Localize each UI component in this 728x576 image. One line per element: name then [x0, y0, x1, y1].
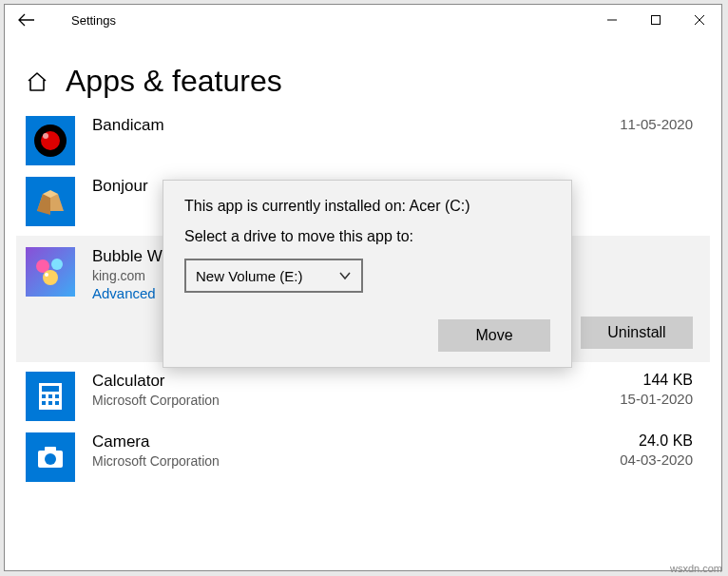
app-size: 24.0 KB [586, 432, 693, 450]
page-heading-row: Apps & features [26, 64, 700, 99]
calculator-icon [26, 372, 75, 421]
bonjour-icon [26, 177, 75, 226]
uninstall-button[interactable]: Uninstall [581, 317, 693, 349]
close-button[interactable] [678, 5, 721, 35]
app-publisher: Microsoft Corporation [92, 393, 569, 408]
bandicam-icon [26, 116, 75, 165]
app-row-camera[interactable]: Camera Microsoft Corporation 24.0 KB 04-… [26, 427, 700, 488]
app-date: 04-03-2020 [586, 451, 693, 468]
svg-rect-14 [48, 394, 52, 398]
titlebar: Settings [5, 5, 721, 35]
svg-rect-17 [48, 401, 52, 405]
dialog-currently-installed: This app is currently installed on: Acer… [184, 198, 550, 215]
dialog-move-button[interactable]: Move [438, 319, 550, 352]
svg-rect-18 [55, 401, 59, 405]
svg-point-9 [45, 273, 48, 277]
app-publisher: Microsoft Corporation [92, 453, 569, 469]
watermark: wsxdn.com [670, 563, 722, 574]
svg-point-22 [45, 453, 56, 465]
app-date: 15-01-2020 [586, 391, 693, 407]
drive-select-value: New Volume (E:) [196, 268, 303, 284]
home-icon[interactable] [26, 70, 48, 93]
app-date: 11-05-2020 [586, 116, 693, 132]
back-button[interactable] [18, 13, 45, 27]
drive-select[interactable]: New Volume (E:) [184, 259, 363, 293]
svg-rect-1 [652, 16, 661, 25]
settings-window: Settings Apps & features Bandicam [4, 4, 722, 571]
move-app-dialog: This app is currently installed on: Acer… [163, 180, 572, 368]
svg-rect-16 [42, 401, 46, 405]
svg-rect-12 [42, 386, 59, 392]
minimize-button[interactable] [590, 5, 634, 35]
svg-rect-13 [42, 394, 46, 398]
maximize-button[interactable] [634, 5, 678, 35]
app-row-calculator[interactable]: Calculator Microsoft Corporation 144 KB … [26, 366, 700, 427]
chevron-down-icon [338, 269, 352, 282]
dialog-select-drive-label: Select a drive to move this app to: [184, 228, 550, 245]
svg-point-7 [51, 259, 63, 270]
app-name: Camera [92, 432, 569, 451]
bubble-witch-icon [26, 247, 75, 297]
app-name: Bandicam [92, 116, 569, 135]
svg-rect-21 [45, 447, 56, 452]
app-row-bandicam[interactable]: Bandicam 11-05-2020 [26, 110, 700, 171]
app-size: 144 KB [586, 372, 693, 389]
camera-icon [26, 432, 75, 482]
svg-point-8 [43, 270, 58, 285]
svg-point-4 [43, 133, 48, 139]
page-title: Apps & features [66, 64, 282, 99]
svg-rect-15 [55, 394, 59, 398]
window-title: Settings [45, 13, 116, 28]
window-controls [590, 5, 721, 35]
app-name: Calculator [92, 372, 569, 391]
